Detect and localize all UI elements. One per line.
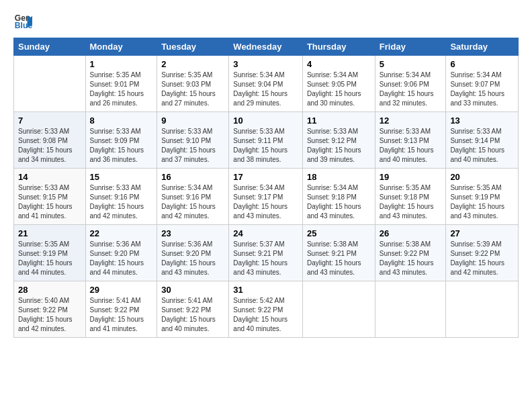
day-info: Sunrise: 5:42 AM Sunset: 9:22 PM Dayligh… [233,296,298,334]
day-number: 23 [161,228,224,238]
column-header-monday: Monday [85,38,157,56]
day-number: 2 [161,59,224,69]
day-info: Sunrise: 5:33 AM Sunset: 9:12 PM Dayligh… [307,127,371,165]
calendar-cell: 4Sunrise: 5:34 AM Sunset: 9:05 PM Daylig… [302,56,375,112]
day-number: 25 [307,228,371,238]
calendar-header-row: SundayMondayTuesdayWednesdayThursdayFrid… [14,38,519,56]
calendar-cell: 8Sunrise: 5:33 AM Sunset: 9:09 PM Daylig… [85,112,157,169]
calendar-week-row: 28Sunrise: 5:40 AM Sunset: 9:22 PM Dayli… [14,281,519,338]
day-info: Sunrise: 5:36 AM Sunset: 9:20 PM Dayligh… [161,240,224,277]
calendar-cell: 22Sunrise: 5:36 AM Sunset: 9:20 PM Dayli… [85,225,157,281]
calendar-cell: 2Sunrise: 5:35 AM Sunset: 9:03 PM Daylig… [157,56,229,112]
day-number: 11 [307,116,371,126]
calendar-week-row: 14Sunrise: 5:33 AM Sunset: 9:15 PM Dayli… [14,169,519,225]
day-number: 5 [380,59,442,69]
day-number: 8 [90,116,153,126]
day-info: Sunrise: 5:35 AM Sunset: 9:19 PM Dayligh… [450,183,514,221]
day-number: 3 [233,59,298,69]
calendar-page: General Blue SundayMondayTuesdayWednesda… [0,0,532,345]
header: General Blue [13,12,519,31]
day-info: Sunrise: 5:33 AM Sunset: 9:09 PM Dayligh… [90,127,153,165]
day-number: 17 [233,172,298,182]
day-info: Sunrise: 5:34 AM Sunset: 9:17 PM Dayligh… [233,183,298,221]
column-header-friday: Friday [375,38,446,56]
calendar-cell: 10Sunrise: 5:33 AM Sunset: 9:11 PM Dayli… [229,112,303,169]
day-info: Sunrise: 5:33 AM Sunset: 9:11 PM Dayligh… [233,127,298,165]
day-info: Sunrise: 5:37 AM Sunset: 9:21 PM Dayligh… [233,240,298,277]
day-number: 20 [450,172,514,182]
calendar-cell: 6Sunrise: 5:34 AM Sunset: 9:07 PM Daylig… [446,56,519,112]
calendar-cell [302,281,375,338]
day-info: Sunrise: 5:34 AM Sunset: 9:16 PM Dayligh… [161,183,224,221]
day-number: 18 [307,172,371,182]
day-info: Sunrise: 5:33 AM Sunset: 9:16 PM Dayligh… [90,183,153,221]
calendar-cell: 24Sunrise: 5:37 AM Sunset: 9:21 PM Dayli… [229,225,303,281]
day-info: Sunrise: 5:39 AM Sunset: 9:22 PM Dayligh… [450,240,514,277]
column-header-thursday: Thursday [302,38,375,56]
day-info: Sunrise: 5:35 AM Sunset: 9:01 PM Dayligh… [90,71,153,108]
day-number: 15 [90,172,153,182]
day-info: Sunrise: 5:34 AM Sunset: 9:05 PM Dayligh… [307,71,371,108]
calendar-table: SundayMondayTuesdayWednesdayThursdayFrid… [13,38,519,338]
calendar-cell: 26Sunrise: 5:38 AM Sunset: 9:22 PM Dayli… [375,225,446,281]
day-info: Sunrise: 5:33 AM Sunset: 9:10 PM Dayligh… [161,127,224,165]
day-number: 30 [161,285,224,295]
day-number: 6 [450,59,514,69]
calendar-cell: 14Sunrise: 5:33 AM Sunset: 9:15 PM Dayli… [14,169,86,225]
calendar-cell [14,56,86,112]
calendar-cell: 15Sunrise: 5:33 AM Sunset: 9:16 PM Dayli… [85,169,157,225]
day-number: 4 [307,59,371,69]
day-info: Sunrise: 5:36 AM Sunset: 9:20 PM Dayligh… [90,240,153,277]
calendar-cell: 19Sunrise: 5:35 AM Sunset: 9:18 PM Dayli… [375,169,446,225]
day-number: 31 [233,285,298,295]
day-number: 14 [18,172,81,182]
day-info: Sunrise: 5:35 AM Sunset: 9:18 PM Dayligh… [380,183,442,221]
day-number: 16 [161,172,224,182]
day-info: Sunrise: 5:35 AM Sunset: 9:03 PM Dayligh… [161,71,224,108]
calendar-cell: 25Sunrise: 5:38 AM Sunset: 9:21 PM Dayli… [302,225,375,281]
day-info: Sunrise: 5:34 AM Sunset: 9:06 PM Dayligh… [380,71,442,108]
day-number: 7 [18,116,81,126]
day-number: 22 [90,228,153,238]
day-info: Sunrise: 5:33 AM Sunset: 9:08 PM Dayligh… [18,127,81,165]
day-number: 9 [161,116,224,126]
day-info: Sunrise: 5:33 AM Sunset: 9:13 PM Dayligh… [380,127,442,165]
day-info: Sunrise: 5:38 AM Sunset: 9:22 PM Dayligh… [380,240,442,277]
day-number: 12 [380,116,442,126]
day-number: 19 [380,172,442,182]
day-info: Sunrise: 5:33 AM Sunset: 9:14 PM Dayligh… [450,127,514,165]
column-header-tuesday: Tuesday [157,38,229,56]
calendar-week-row: 21Sunrise: 5:35 AM Sunset: 9:19 PM Dayli… [14,225,519,281]
day-info: Sunrise: 5:34 AM Sunset: 9:04 PM Dayligh… [233,71,298,108]
day-number: 27 [450,228,514,238]
day-info: Sunrise: 5:35 AM Sunset: 9:19 PM Dayligh… [18,240,81,277]
calendar-cell: 20Sunrise: 5:35 AM Sunset: 9:19 PM Dayli… [446,169,519,225]
calendar-cell: 16Sunrise: 5:34 AM Sunset: 9:16 PM Dayli… [157,169,229,225]
day-number: 21 [18,228,81,238]
day-number: 29 [90,285,153,295]
calendar-cell: 21Sunrise: 5:35 AM Sunset: 9:19 PM Dayli… [14,225,86,281]
day-number: 26 [380,228,442,238]
calendar-cell [446,281,519,338]
column-header-wednesday: Wednesday [229,38,303,56]
day-info: Sunrise: 5:34 AM Sunset: 9:07 PM Dayligh… [450,71,514,108]
day-number: 13 [450,116,514,126]
day-info: Sunrise: 5:34 AM Sunset: 9:18 PM Dayligh… [307,183,371,221]
column-header-saturday: Saturday [446,38,519,56]
calendar-cell: 30Sunrise: 5:41 AM Sunset: 9:22 PM Dayli… [157,281,229,338]
day-info: Sunrise: 5:33 AM Sunset: 9:15 PM Dayligh… [18,183,81,221]
day-number: 24 [233,228,298,238]
calendar-cell: 7Sunrise: 5:33 AM Sunset: 9:08 PM Daylig… [14,112,86,169]
calendar-cell: 29Sunrise: 5:41 AM Sunset: 9:22 PM Dayli… [85,281,157,338]
calendar-week-row: 1Sunrise: 5:35 AM Sunset: 9:01 PM Daylig… [14,56,519,112]
logo-icon: General Blue [13,12,32,31]
calendar-cell: 3Sunrise: 5:34 AM Sunset: 9:04 PM Daylig… [229,56,303,112]
calendar-cell [375,281,446,338]
day-number: 10 [233,116,298,126]
column-header-sunday: Sunday [14,38,86,56]
day-info: Sunrise: 5:40 AM Sunset: 9:22 PM Dayligh… [18,296,81,334]
day-info: Sunrise: 5:38 AM Sunset: 9:21 PM Dayligh… [307,240,371,277]
logo: General Blue [13,12,35,31]
calendar-week-row: 7Sunrise: 5:33 AM Sunset: 9:08 PM Daylig… [14,112,519,169]
calendar-cell: 23Sunrise: 5:36 AM Sunset: 9:20 PM Dayli… [157,225,229,281]
